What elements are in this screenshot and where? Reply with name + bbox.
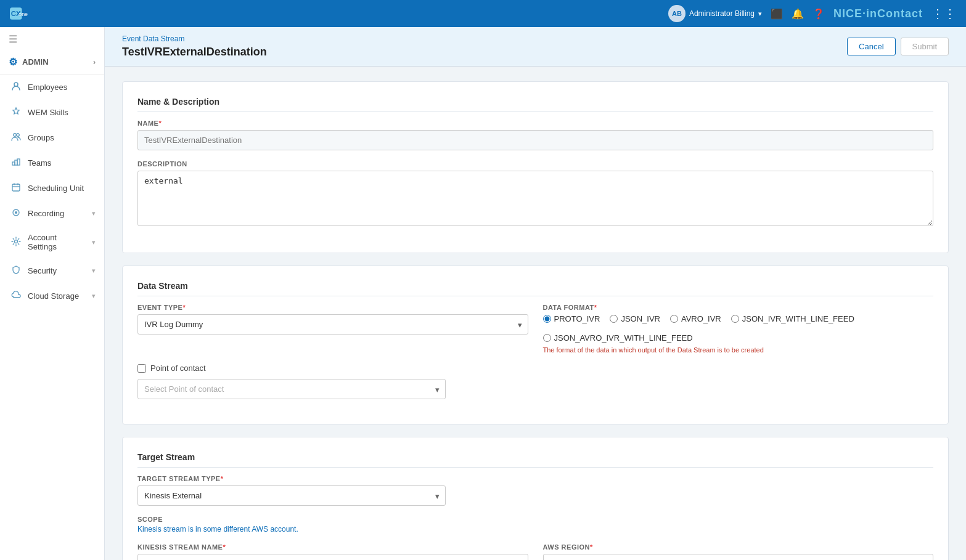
- name-field-group: NAME*: [137, 120, 933, 150]
- topbar-icons: ⬛ 🔔 ❓: [771, 8, 825, 20]
- target-stream-type-label: TARGET STREAM TYPE*: [137, 475, 933, 482]
- hamburger-icon[interactable]: ☰: [0, 27, 104, 47]
- admin-chevron-icon[interactable]: ›: [93, 58, 96, 67]
- apps-icon[interactable]: ⋮⋮: [931, 6, 956, 21]
- kinesis-stream-name-col: KINESIS STREAM NAME*: [137, 543, 528, 560]
- nice-incontact-logo: NICE·inContact: [833, 7, 923, 20]
- name-description-section: Name & Description NAME* DESCRIPTION ext…: [122, 81, 949, 253]
- data-format-group: DATA FORMAT* PROTO_IVR JSON_IVR: [543, 304, 934, 354]
- security-chevron-icon: ▾: [92, 267, 96, 275]
- user-name: Administrator Billing: [689, 9, 755, 18]
- sidebar-item-account-settings[interactable]: Account Settings ▾: [0, 226, 104, 258]
- page-title: TestIVRExternalDestination: [122, 46, 267, 59]
- svg-point-11: [15, 211, 17, 214]
- name-description-title: Name & Description: [137, 97, 933, 112]
- teams-icon: [10, 157, 22, 169]
- sidebar-item-cloud-storage[interactable]: Cloud Storage ▾: [0, 283, 104, 309]
- employees-icon: [10, 81, 22, 93]
- description-input[interactable]: external: [137, 171, 933, 226]
- cloud-storage-chevron-icon: ▾: [92, 292, 96, 300]
- svg-rect-9: [12, 184, 20, 191]
- poc-checkbox[interactable]: [137, 364, 146, 373]
- main-layout: ☰ ⚙ ADMIN › Employees WEM Skills Groups: [0, 27, 966, 560]
- data-format-radio-group: PROTO_IVR JSON_IVR AVRO_IVR: [543, 314, 934, 343]
- data-format-hint: The format of the data in which output o…: [543, 346, 934, 354]
- avatar: AB: [668, 5, 686, 22]
- sidebar-item-wem-skills[interactable]: WEM Skills: [0, 100, 104, 125]
- svg-point-5: [17, 134, 20, 137]
- sidebar-item-security[interactable]: Security ▾: [0, 258, 104, 283]
- poc-label: Point of contact: [150, 363, 206, 373]
- wem-skills-label: WEM Skills: [28, 108, 96, 117]
- scope-group: SCOPE Kinesis stream is in some differen…: [137, 516, 933, 534]
- sidebar-item-teams[interactable]: Teams: [0, 150, 104, 176]
- aws-region-col: AWS REGION* us-east-1: [543, 543, 934, 560]
- svg-point-12: [15, 240, 18, 243]
- teams-label: Teams: [28, 158, 96, 168]
- data-stream-title: Data Stream: [137, 281, 933, 296]
- kinesis-stream-name-input[interactable]: [137, 554, 528, 560]
- recording-icon: [10, 208, 22, 219]
- bell-icon[interactable]: 🔔: [792, 8, 804, 20]
- aws-region-select[interactable]: us-east-1: [543, 554, 934, 560]
- user-menu[interactable]: AB Administrator Billing ▾: [668, 5, 762, 22]
- user-chevron-icon[interactable]: ▾: [758, 10, 762, 18]
- event-type-select-wrapper: IVR Log Dummy: [137, 314, 528, 335]
- svg-point-4: [14, 134, 17, 137]
- topbar: CX one AB Administrator Billing ▾ ⬛ 🔔 ❓ …: [0, 0, 966, 27]
- target-stream-type-select[interactable]: Kinesis External: [137, 485, 446, 506]
- name-input[interactable]: [137, 130, 933, 150]
- admin-gear-icon: ⚙: [9, 56, 17, 68]
- radio-avro-ivr[interactable]: AVRO_IVR: [670, 314, 721, 323]
- submit-button[interactable]: Submit: [901, 38, 949, 55]
- data-format-col: DATA FORMAT* PROTO_IVR JSON_IVR: [543, 304, 934, 363]
- form-container: Name & Description NAME* DESCRIPTION ext…: [105, 67, 966, 560]
- sidebar-item-scheduling-unit[interactable]: Scheduling Unit: [0, 176, 104, 201]
- description-field-group: DESCRIPTION external: [137, 160, 933, 228]
- poc-group: Point of contact Select Point of contact: [137, 363, 933, 399]
- account-settings-label: Account Settings: [28, 233, 86, 251]
- kinesis-aws-row: KINESIS STREAM NAME* AWS REGION*: [137, 543, 933, 560]
- cancel-button[interactable]: Cancel: [847, 38, 895, 55]
- employees-label: Employees: [28, 83, 96, 92]
- recording-label: Recording: [28, 209, 86, 218]
- radio-proto-ivr[interactable]: PROTO_IVR: [543, 314, 600, 323]
- scope-value: Kinesis stream is in some different AWS …: [137, 525, 933, 534]
- poc-checkbox-label[interactable]: Point of contact: [137, 363, 933, 373]
- security-label: Security: [28, 266, 86, 275]
- aws-region-group: AWS REGION* us-east-1: [543, 543, 934, 560]
- groups-icon: [10, 132, 22, 144]
- content-area: Event Data Stream TestIVRExternalDestina…: [105, 27, 966, 560]
- recording-chevron-icon: ▾: [92, 209, 96, 217]
- event-type-col: EVENT TYPE* IVR Log Dummy: [137, 304, 528, 363]
- description-label: DESCRIPTION: [137, 160, 933, 168]
- radio-json-ivr[interactable]: JSON_IVR: [610, 314, 660, 323]
- monitor-icon[interactable]: ⬛: [771, 8, 783, 20]
- poc-select[interactable]: Select Point of contact: [137, 379, 446, 399]
- radio-json-ivr-line-feed[interactable]: JSON_IVR_WITH_LINE_FEED: [731, 314, 854, 323]
- event-type-label: EVENT TYPE*: [137, 304, 528, 311]
- breadcrumb[interactable]: Event Data Stream: [122, 34, 267, 43]
- svg-rect-8: [17, 159, 20, 165]
- data-format-label: DATA FORMAT*: [543, 304, 934, 311]
- radio-json-avro-ivr-line-feed[interactable]: JSON_AVRO_IVR_WITH_LINE_FEED: [543, 333, 693, 343]
- kinesis-stream-name-group: KINESIS STREAM NAME*: [137, 543, 528, 560]
- data-stream-section: Data Stream EVENT TYPE* IVR Log Dummy: [122, 266, 949, 424]
- sidebar-item-recording[interactable]: Recording ▾: [0, 201, 104, 226]
- event-type-format-row: EVENT TYPE* IVR Log Dummy: [137, 304, 933, 363]
- account-settings-icon: [10, 237, 22, 248]
- target-stream-title: Target Stream: [137, 452, 933, 468]
- help-icon[interactable]: ❓: [813, 8, 825, 20]
- account-settings-chevron-icon: ▾: [92, 238, 96, 246]
- sidebar-item-employees[interactable]: Employees: [0, 75, 104, 100]
- sidebar-item-groups[interactable]: Groups: [0, 125, 104, 150]
- security-icon: [10, 265, 22, 277]
- wem-skills-icon: [10, 107, 22, 118]
- aws-region-select-wrapper: us-east-1: [543, 554, 934, 560]
- event-type-select[interactable]: IVR Log Dummy: [137, 314, 528, 335]
- poc-select-wrapper: Select Point of contact: [137, 379, 446, 399]
- groups-label: Groups: [28, 133, 96, 142]
- sidebar: ☰ ⚙ ADMIN › Employees WEM Skills Groups: [0, 27, 105, 560]
- target-stream-type-group: TARGET STREAM TYPE* Kinesis External: [137, 475, 933, 506]
- admin-label: ADMIN: [22, 57, 49, 67]
